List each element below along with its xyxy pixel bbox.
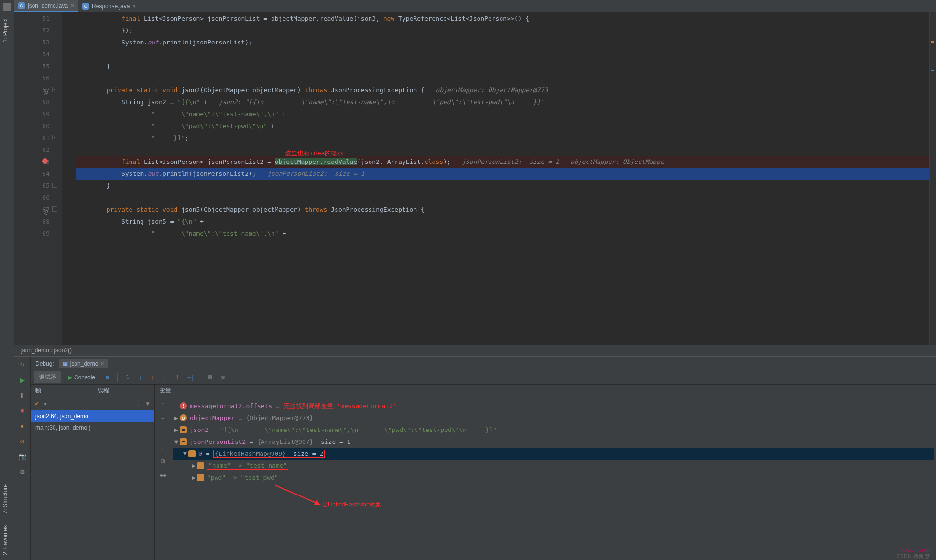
code-line[interactable] [76, 144, 936, 156]
code-line[interactable]: System.out.println(jsonPersonList2); jso… [76, 168, 936, 180]
run-to-cursor-icon[interactable]: →| [185, 372, 195, 383]
step-out-icon[interactable]: ↑ [160, 372, 170, 383]
tab-label: Response.java [92, 3, 130, 10]
fold-icon[interactable]: - [52, 87, 57, 92]
expand-icon[interactable]: ▶ [190, 474, 197, 481]
code-line[interactable]: final List<JsonPerson> jsonPersonList2 =… [76, 156, 936, 168]
code-area[interactable]: final List<JsonPerson> jsonPersonList = … [62, 12, 936, 239]
variables-tree[interactable]: !messageFormat2.offsets = 无法找到局部变量 'mess… [171, 397, 936, 560]
project-tool-tab[interactable]: 1: Project [0, 13, 14, 47]
fold-icon[interactable]: - [52, 206, 57, 212]
debug-title-bar: Debug: ▦ json_demo × [31, 357, 936, 370]
code-line[interactable] [76, 72, 936, 84]
variable-node[interactable]: ▼=jsonPersonList2 = {ArrayList@907} size… [173, 436, 934, 448]
frames-list[interactable]: json2:64, json_demomain:30, json_demo ( [31, 410, 154, 560]
resume-icon[interactable]: ▶ [19, 376, 26, 384]
tab-label: json_demo.java [28, 2, 68, 9]
glasses-icon[interactable]: 👓 [159, 472, 167, 479]
pause-icon[interactable]: ⏸ [19, 391, 26, 399]
force-step-into-icon[interactable]: ↓ [147, 372, 158, 383]
code-line[interactable]: String json5 = "{\n" + [76, 215, 936, 227]
fold-icon[interactable]: - [52, 183, 57, 188]
code-line[interactable] [76, 192, 936, 204]
settings-icon[interactable]: ⚙ [19, 468, 26, 475]
evaluate-icon[interactable]: 🖩 [205, 372, 216, 383]
next-frame-icon[interactable]: ↓ [137, 400, 140, 407]
up-icon[interactable]: ↑ [159, 429, 167, 436]
code-line[interactable]: System.out.println(jsonPersonList); [76, 36, 936, 48]
breadcrumb[interactable]: json_demojson2() [14, 345, 936, 356]
drop-frame-icon[interactable]: ⤴ [172, 372, 183, 383]
code-line[interactable]: " \"pwd\":\"test-pwd\"\n" + [76, 120, 936, 132]
fold-icon[interactable]: - [52, 135, 57, 140]
breakpoint-icon[interactable] [42, 158, 48, 164]
project-files-icon[interactable] [3, 3, 11, 11]
frames-header: 帧 [31, 387, 93, 395]
editor-tab[interactable]: CResponse.java× [78, 0, 140, 12]
code-line[interactable]: } [76, 60, 936, 72]
expand-icon[interactable]: ▼ [182, 450, 188, 457]
debugger-tab[interactable]: 调试器 [34, 371, 61, 383]
trace-icon[interactable]: ≋ [218, 372, 228, 383]
close-icon[interactable]: × [71, 2, 74, 9]
expand-icon[interactable]: ▶ [190, 462, 197, 469]
console-tab[interactable]: ▶Console [63, 372, 100, 383]
down-icon[interactable]: ↓ [159, 443, 167, 451]
variable-node[interactable]: ▼=0 = {LinkedHashMap@909} size = 2 [173, 448, 934, 460]
close-icon[interactable]: × [132, 3, 136, 10]
debug-side-toolbar: ↻ ▶ ⏸ ■ ● ⊘ 📷 ⚙ [14, 357, 31, 560]
debug-label: Debug: [35, 360, 54, 367]
code-line[interactable]: private static void json2(ObjectMapper o… [76, 84, 936, 96]
code-line[interactable]: } [76, 180, 936, 192]
expand-icon[interactable]: ▼ [173, 438, 180, 445]
code-line[interactable]: final List<JsonPerson> jsonPersonList = … [76, 12, 936, 24]
remove-watch-icon[interactable]: － [159, 414, 167, 422]
structure-tool-tab[interactable]: 7: Structure [0, 479, 14, 518]
expand-icon[interactable]: ▶ [173, 426, 180, 433]
java-file-icon: C [18, 2, 25, 9]
expand-icon[interactable]: ▶ [173, 414, 180, 421]
vars-side-toolbar: ＋ － ↑ ↓ ⧉ 👓 [155, 397, 171, 560]
threads-icon[interactable]: ≡ [102, 372, 112, 383]
variable-node[interactable]: !messageFormat2.offsets = 无法找到局部变量 'mess… [173, 400, 934, 412]
variables-panel: 变量 ＋ － ↑ ↓ ⧉ 👓 !messageFormat2.offsets =… [155, 385, 936, 560]
breadcrumb-item[interactable]: json2() [49, 347, 72, 354]
code-editor[interactable]: 51525354555657@-58596061-62636465-6667@-… [14, 12, 936, 345]
camera-icon[interactable]: 📷 [19, 452, 26, 460]
step-into-icon[interactable]: ↓ [135, 372, 145, 383]
code-line[interactable]: " \"name\":\"test-name\",\n" + [76, 108, 936, 120]
variable-node[interactable]: ▶="pwd" -> "test-pwd" [173, 472, 934, 484]
check-icon[interactable]: ✔ [34, 400, 39, 407]
code-line[interactable]: private static void json5(ObjectMapper o… [76, 204, 936, 215]
variable-node[interactable]: ▶=json2 = "[{\n \"name\":\"test-name\",\… [173, 424, 934, 436]
copy-icon[interactable]: ⧉ [159, 457, 167, 465]
var-badge-icon: p [180, 414, 187, 421]
left-tool-rail: 1: Project 7: Structure 2: Favorites [0, 0, 14, 560]
stack-frame[interactable]: json2:64, json_demo [31, 410, 154, 422]
stop-icon[interactable]: ■ [19, 407, 26, 414]
run-config-tab[interactable]: ▦ json_demo × [59, 359, 108, 368]
code-line[interactable] [76, 48, 936, 60]
prev-frame-icon[interactable]: ↑ [130, 400, 132, 407]
editor-tab[interactable]: Cjson_demo.java× [14, 0, 78, 12]
mute-breakpoints-icon[interactable]: ⊘ [19, 437, 26, 445]
stack-frame[interactable]: main:30, json_demo ( [31, 422, 154, 433]
code-line[interactable]: String json2 = "[{\n" + json2: "[{\n \"n… [76, 96, 936, 108]
variable-node[interactable]: ▶pobjectMapper = {ObjectMapper@773} [173, 412, 934, 424]
run-config-icon: ▦ [63, 360, 68, 367]
code-line[interactable]: " }]"; [76, 132, 936, 144]
view-breakpoints-icon[interactable]: ● [19, 422, 26, 430]
breadcrumb-item[interactable]: json_demo [21, 347, 49, 354]
error-stripe[interactable] [929, 12, 936, 345]
rerun-icon[interactable]: ↻ [19, 361, 26, 368]
close-icon[interactable]: × [100, 360, 104, 367]
frames-panel: 帧 线程 ✔▾ ↑ ↓ ▼ json2:64, json_demomain:30… [31, 385, 155, 560]
code-line[interactable]: " \"name\":\"test-name\",\n" + [76, 227, 936, 239]
code-line[interactable]: }); [76, 24, 936, 36]
add-watch-icon[interactable]: ＋ [159, 400, 167, 408]
variable-node[interactable]: ▶="name" -> "test-name" [173, 460, 934, 472]
step-over-icon[interactable]: ⤵ [122, 372, 133, 383]
var-badge-icon: = [197, 474, 204, 481]
filter-icon[interactable]: ▼ [145, 400, 151, 407]
favorites-tool-tab[interactable]: 2: Favorites [0, 520, 14, 560]
